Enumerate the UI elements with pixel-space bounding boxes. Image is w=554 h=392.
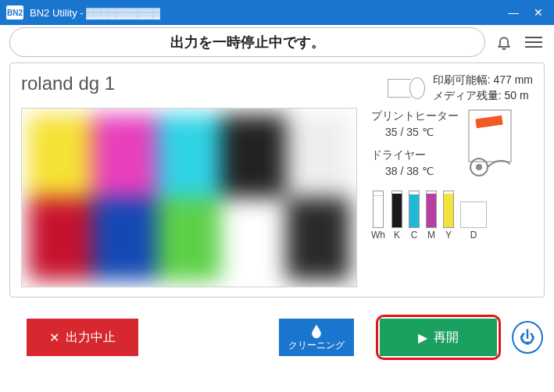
ink-Wh: Wh: [371, 191, 385, 241]
main-panel: roland dg 1 印刷可能幅: 477 mm メディア残量: 50 m プ…: [9, 62, 545, 298]
hamburger-menu-icon[interactable]: [523, 31, 545, 53]
stop-output-button[interactable]: ✕ 出力中止: [27, 319, 138, 356]
print-heater-value: 35 / 35 ℃: [371, 124, 459, 141]
ink-M: M: [426, 191, 437, 241]
close-button[interactable]: ✕: [529, 3, 548, 22]
minimize-button[interactable]: —: [504, 3, 523, 22]
media-info: 印刷可能幅: 477 mm メディア残量: 50 m: [388, 73, 533, 103]
ink-levels: WhKCMYD: [371, 191, 533, 241]
media-remaining: メディア残量: 50 m: [433, 88, 533, 104]
play-icon: ▶: [418, 330, 427, 345]
ink-C: C: [409, 191, 420, 241]
notification-icon[interactable]: [493, 31, 515, 53]
droplet-icon: [309, 323, 324, 339]
resume-highlight: ▶ 再開: [376, 315, 501, 360]
cleaning-button[interactable]: クリーニング: [279, 319, 353, 356]
svg-point-3: [476, 164, 482, 170]
svg-rect-1: [475, 116, 502, 129]
app-logo: BN2: [6, 5, 23, 20]
dryer-label: ドライヤー: [371, 147, 459, 163]
media-roll-icon: [388, 77, 425, 99]
stop-label: 出力中止: [66, 330, 116, 346]
window-title: BN2 Utility - ▓▓▓▓▓▓▓▓▓▓: [30, 7, 498, 19]
heater-icon: [468, 109, 512, 180]
resume-button[interactable]: ▶ 再開: [380, 319, 497, 356]
resume-label: 再開: [434, 330, 459, 346]
status-bar: 出力を一時停止中です。: [0, 25, 554, 59]
ink-aux: D: [460, 201, 487, 241]
status-message: 出力を一時停止中です。: [9, 27, 485, 57]
cleaning-label: クリーニング: [288, 339, 345, 352]
dryer-value: 38 / 38 ℃: [371, 163, 459, 180]
ink-K: K: [391, 191, 402, 241]
print-heater-label: プリントヒーター: [371, 108, 459, 124]
title-bar: BN2 BN2 Utility - ▓▓▓▓▓▓▓▓▓▓ — ✕: [0, 0, 554, 25]
device-name: roland dg 1: [21, 73, 115, 94]
preview-thumbnail: [21, 108, 357, 287]
printable-width: 印刷可能幅: 477 mm: [433, 73, 533, 88]
power-button[interactable]: ⏻: [512, 321, 543, 354]
action-bar: ✕ 出力中止 クリーニング ▶ 再開 ⏻: [0, 301, 554, 371]
ink-Y: Y: [443, 191, 454, 241]
close-icon: ✕: [49, 330, 59, 345]
